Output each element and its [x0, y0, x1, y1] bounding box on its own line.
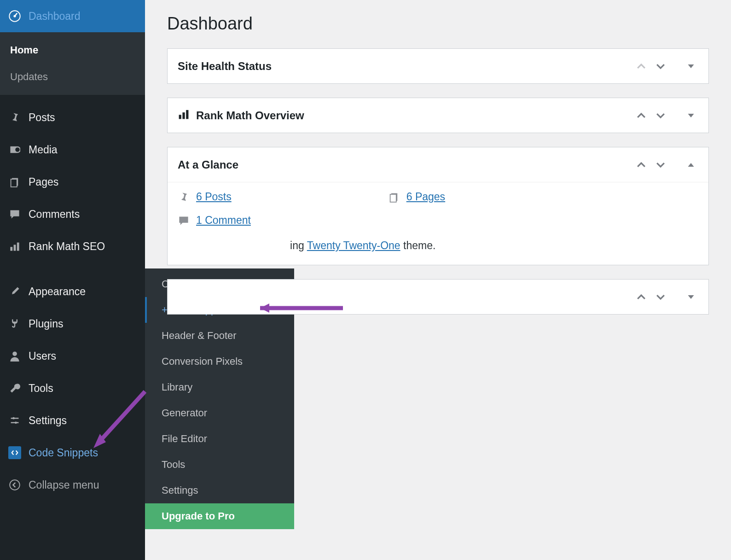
site-health-title: Site Health Status	[178, 60, 272, 73]
svg-point-1	[13, 15, 16, 17]
sidebar-item-code-snippets[interactable]: Code Snippets	[0, 437, 145, 469]
glance-title: At a Glance	[178, 158, 238, 171]
sidebar-collapse-label: Collapse menu	[29, 479, 99, 491]
sidebar-comments-label: Comments	[29, 208, 80, 221]
sidebar-sub-updates[interactable]: Updates	[0, 64, 145, 90]
sidebar-appearance-label: Appearance	[29, 286, 86, 298]
comment-icon	[8, 209, 21, 220]
sidebar-pages-label: Pages	[29, 176, 58, 188]
svg-rect-5	[11, 179, 17, 187]
glance-running-text: xxxxxxxxxxxxxxxxxxing ing Twenty Twenty-…	[178, 227, 698, 252]
sidebar-item-media[interactable]: Media	[0, 134, 145, 166]
dashboard-icon	[8, 10, 21, 22]
svg-rect-7	[14, 245, 16, 251]
wrench-icon	[8, 383, 21, 394]
sidebar-sub-home[interactable]: Home	[0, 37, 145, 64]
sidebar-item-posts[interactable]: Posts	[0, 101, 145, 134]
toggle-icon[interactable]	[684, 290, 698, 304]
glance-theme-link[interactable]: Twenty Twenty-One	[307, 239, 400, 251]
flyout-item-settings[interactable]: Settings	[145, 478, 294, 503]
sidebar-item-tools[interactable]: Tools	[0, 372, 145, 404]
pages-icon	[8, 176, 21, 187]
svg-point-3	[15, 147, 20, 152]
sidebar-tools-label: Tools	[29, 382, 53, 395]
sidebar-dashboard-label: Dashboard	[29, 10, 81, 23]
svg-rect-15	[186, 110, 188, 119]
chart-icon	[8, 241, 21, 252]
move-down-icon[interactable]	[653, 108, 668, 123]
user-icon	[8, 350, 21, 362]
svg-point-10	[12, 417, 15, 420]
glance-pages-link: 6 Pages	[406, 191, 445, 203]
flyout-item-library[interactable]: Library	[145, 374, 294, 400]
widget-rankmath: Rank Math Overview	[167, 98, 709, 133]
pin-icon	[8, 112, 21, 123]
svg-rect-6	[10, 247, 12, 251]
sidebar-settings-label: Settings	[29, 414, 67, 427]
sidebar-item-appearance[interactable]: Appearance	[0, 275, 145, 308]
sidebar-item-pages[interactable]: Pages	[0, 166, 145, 198]
flyout-item-conversion-pixels[interactable]: Conversion Pixels	[145, 349, 294, 374]
flyout-item-upgrade[interactable]: Upgrade to Pro	[145, 503, 294, 529]
widget-site-health: Site Health Status	[167, 48, 709, 84]
toggle-icon[interactable]	[684, 108, 698, 123]
media-icon	[8, 144, 21, 155]
toggle-icon[interactable]	[684, 158, 698, 172]
flyout-item-generator[interactable]: Generator	[145, 400, 294, 426]
svg-point-11	[15, 421, 17, 424]
svg-rect-17	[390, 194, 396, 202]
code-icon	[8, 446, 21, 459]
sidebar-posts-label: Posts	[29, 111, 55, 124]
sidebar-item-rankmath[interactable]: Rank Math SEO	[0, 230, 145, 262]
sidebar-item-plugins[interactable]: Plugins	[0, 308, 145, 340]
sidebar-item-settings[interactable]: Settings	[0, 404, 145, 437]
svg-point-12	[10, 480, 20, 490]
collapse-icon	[8, 479, 21, 490]
brush-icon	[8, 286, 21, 297]
svg-rect-13	[179, 115, 181, 119]
sliders-icon	[8, 415, 21, 426]
main-content: Dashboard Site Health Status Rank Math O…	[145, 0, 731, 342]
glance-comment-link: 1 Comment	[196, 214, 251, 227]
widget-at-a-glance: At a Glance 6 Posts 6 Pages	[167, 147, 709, 265]
plug-icon	[8, 318, 21, 329]
sidebar-item-users[interactable]: Users	[0, 340, 145, 372]
sidebar-code-snippets-label: Code Snippets	[29, 447, 98, 459]
sidebar-item-comments[interactable]: Comments	[0, 198, 145, 230]
sidebar-rankmath-label: Rank Math SEO	[29, 240, 105, 253]
move-up-icon[interactable]	[634, 290, 649, 304]
sidebar-item-dashboard[interactable]: Dashboard	[0, 0, 145, 32]
glance-comments[interactable]: 1 Comment	[178, 208, 698, 227]
flyout-item-tools[interactable]: Tools	[145, 452, 294, 478]
page-title: Dashboard	[167, 14, 709, 34]
move-down-icon[interactable]	[653, 158, 668, 172]
pages-icon	[388, 192, 400, 203]
comment-icon	[178, 215, 190, 226]
move-up-icon[interactable]	[634, 59, 649, 74]
sidebar-dashboard-submenu: Home Updates	[0, 32, 145, 95]
glance-pages[interactable]: 6 Pages	[388, 191, 445, 203]
move-down-icon[interactable]	[653, 59, 668, 74]
flyout-item-file-editor[interactable]: File Editor	[145, 426, 294, 452]
sidebar-users-label: Users	[29, 350, 56, 362]
widget-blank	[167, 279, 709, 315]
move-down-icon[interactable]	[653, 290, 668, 304]
rankmath-title: Rank Math Overview	[196, 109, 304, 122]
chart-icon	[178, 108, 190, 123]
pin-icon	[178, 192, 190, 203]
move-up-icon[interactable]	[634, 108, 649, 123]
move-up-icon[interactable]	[634, 158, 649, 172]
glance-posts-link: 6 Posts	[196, 191, 232, 203]
sidebar-plugins-label: Plugins	[29, 318, 63, 330]
sidebar-media-label: Media	[29, 144, 58, 156]
svg-point-9	[12, 351, 17, 356]
sidebar-item-collapse[interactable]: Collapse menu	[0, 469, 145, 501]
admin-sidebar: Dashboard Home Updates Posts Media Pages…	[0, 0, 145, 560]
svg-rect-14	[182, 112, 185, 119]
glance-posts[interactable]: 6 Posts	[178, 191, 232, 203]
svg-rect-8	[17, 243, 19, 251]
toggle-icon[interactable]	[684, 59, 698, 74]
